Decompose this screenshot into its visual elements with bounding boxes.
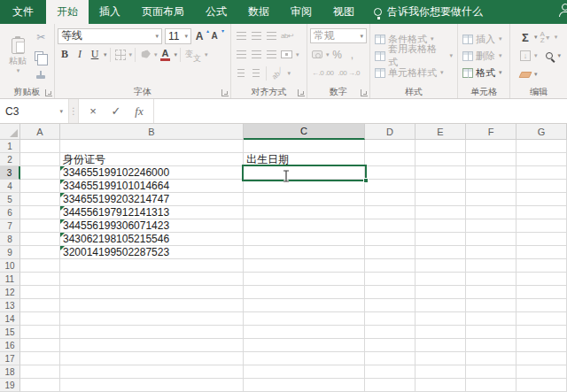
- align-top-button[interactable]: [234, 28, 248, 44]
- cell-G2[interactable]: [517, 153, 567, 166]
- row-header-5[interactable]: 5: [0, 193, 20, 206]
- tab-review[interactable]: 审阅: [280, 0, 322, 24]
- cell-G18[interactable]: [517, 365, 567, 379]
- align-bottom-button[interactable]: [264, 28, 278, 44]
- row-header-11[interactable]: 11: [0, 273, 20, 286]
- cell-E17[interactable]: [416, 352, 466, 365]
- cell-C10[interactable]: [244, 259, 365, 273]
- cell-A12[interactable]: [20, 286, 60, 299]
- find-select-button[interactable]: [542, 48, 556, 64]
- cell-D3[interactable]: [365, 166, 416, 180]
- cell-D8[interactable]: [365, 233, 416, 246]
- cell-C13[interactable]: [244, 299, 365, 312]
- font-size-combo[interactable]: 11▾: [165, 28, 191, 44]
- cell-C14[interactable]: [244, 312, 365, 326]
- fill-button[interactable]: ↓: [518, 48, 532, 64]
- cell-G1[interactable]: [517, 140, 567, 153]
- cell-D14[interactable]: [365, 312, 416, 326]
- cell-A1[interactable]: [20, 140, 60, 153]
- borders-button[interactable]: [113, 47, 128, 63]
- wrap-text-button[interactable]: ab↩: [279, 28, 295, 44]
- cell-G4[interactable]: [517, 180, 567, 193]
- cell-G5[interactable]: [517, 193, 567, 206]
- cell-C4[interactable]: [244, 180, 365, 193]
- align-center-button[interactable]: [249, 47, 263, 63]
- cell-A7[interactable]: [20, 219, 60, 233]
- column-header-B[interactable]: B: [60, 124, 244, 140]
- row-header-9[interactable]: 9: [0, 246, 20, 259]
- cell-E16[interactable]: [416, 339, 466, 352]
- cell-D7[interactable]: [365, 219, 416, 233]
- cell-G15[interactable]: [517, 326, 567, 339]
- cell-D13[interactable]: [365, 299, 416, 312]
- row-header-6[interactable]: 6: [0, 206, 20, 219]
- cell-E7[interactable]: [416, 219, 466, 233]
- cell-C18[interactable]: [244, 365, 365, 379]
- cell-A11[interactable]: [20, 273, 60, 286]
- cell-D11[interactable]: [365, 273, 416, 286]
- cell-A14[interactable]: [20, 312, 60, 326]
- insert-function-button[interactable]: fx: [128, 102, 150, 121]
- row-header-3[interactable]: 3: [0, 166, 20, 180]
- row-header-16[interactable]: 16: [0, 339, 20, 352]
- tab-insert[interactable]: 插入: [89, 0, 131, 24]
- row-header-10[interactable]: 10: [0, 259, 20, 273]
- delete-cells-button[interactable]: 删除▾: [461, 48, 507, 65]
- percent-style-button[interactable]: %: [330, 47, 345, 63]
- phonetic-guide-button[interactable]: 变文: [183, 47, 203, 63]
- fill-color-button[interactable]: [138, 47, 152, 63]
- cell-E18[interactable]: [416, 365, 466, 379]
- column-header-A[interactable]: A: [20, 124, 60, 140]
- cell-A18[interactable]: [20, 365, 60, 379]
- cell-G19[interactable]: [517, 379, 567, 392]
- cell-C15[interactable]: [244, 326, 365, 339]
- cell-E13[interactable]: [416, 299, 466, 312]
- cell-B17[interactable]: [60, 352, 244, 365]
- cell-D1[interactable]: [365, 140, 416, 153]
- bold-button[interactable]: B: [58, 47, 72, 63]
- column-header-D[interactable]: D: [365, 124, 416, 140]
- cell-F12[interactable]: [466, 286, 517, 299]
- cell-G11[interactable]: [517, 273, 567, 286]
- cell-B3[interactable]: 334655199102246000: [60, 166, 244, 180]
- cell-B11[interactable]: [60, 273, 244, 286]
- cell-E2[interactable]: [416, 153, 466, 166]
- cell-A13[interactable]: [20, 299, 60, 312]
- cell-E11[interactable]: [416, 273, 466, 286]
- cell-D12[interactable]: [365, 286, 416, 299]
- tab-data[interactable]: 数据: [237, 0, 280, 24]
- cell-styles-button[interactable]: 单元格样式▾: [373, 65, 454, 81]
- cell-F1[interactable]: [466, 140, 517, 153]
- cell-G14[interactable]: [517, 312, 567, 326]
- cell-D19[interactable]: [365, 379, 416, 392]
- cell-F19[interactable]: [466, 379, 517, 392]
- cell-F14[interactable]: [466, 312, 517, 326]
- cell-B14[interactable]: [60, 312, 244, 326]
- cell-D5[interactable]: [365, 193, 416, 206]
- cell-F4[interactable]: [466, 180, 517, 193]
- cell-G12[interactable]: [517, 286, 567, 299]
- row-header-17[interactable]: 17: [0, 352, 20, 365]
- cell-A19[interactable]: [20, 379, 60, 392]
- fill-handle[interactable]: [363, 178, 369, 183]
- cell-F9[interactable]: [466, 246, 517, 259]
- alignment-dialog-launcher[interactable]: [298, 89, 305, 96]
- cell-B8[interactable]: 343062198105215546: [60, 233, 244, 246]
- row-header-13[interactable]: 13: [0, 299, 20, 312]
- cell-G13[interactable]: [517, 299, 567, 312]
- autosum-button[interactable]: Σ: [518, 29, 532, 45]
- cell-C11[interactable]: [244, 273, 365, 286]
- cell-F11[interactable]: [466, 273, 517, 286]
- row-header-18[interactable]: 18: [0, 365, 20, 379]
- row-header-4[interactable]: 4: [0, 180, 20, 193]
- cell-B9[interactable]: 320014199502287523: [60, 246, 244, 259]
- decrease-indent-button[interactable]: [234, 65, 248, 81]
- underline-button[interactable]: U: [88, 47, 102, 63]
- cell-B4[interactable]: 334655199101014664: [60, 180, 244, 193]
- grow-font-button[interactable]: A▴: [192, 28, 206, 44]
- tab-view[interactable]: 视图: [322, 0, 365, 24]
- cancel-button[interactable]: ×: [82, 102, 104, 121]
- cell-C9[interactable]: [244, 246, 365, 259]
- cell-F10[interactable]: [466, 259, 517, 273]
- cell-D4[interactable]: [365, 180, 416, 193]
